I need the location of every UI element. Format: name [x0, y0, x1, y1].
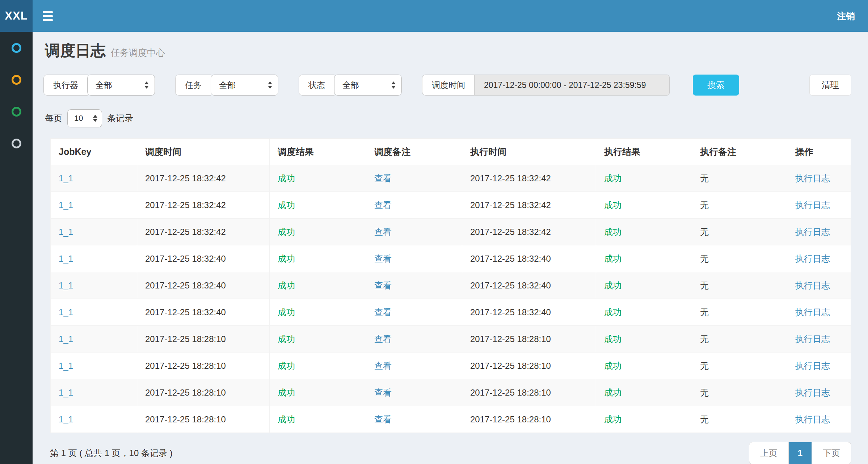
job-key-link[interactable]: 1_1: [59, 361, 73, 371]
trigger-time: 2017-12-25 18:32:40: [145, 280, 226, 290]
app-logo[interactable]: XXL: [0, 0, 33, 32]
trigger-result: 成功: [278, 388, 295, 397]
trigger-msg-link[interactable]: 查看: [374, 227, 392, 237]
exec-log-link[interactable]: 执行日志: [795, 361, 830, 371]
job-key-link[interactable]: 1_1: [59, 414, 73, 424]
sidebar-item[interactable]: [0, 127, 33, 159]
trigger-msg-link[interactable]: 查看: [374, 173, 392, 183]
handle-result-cell: 成功: [596, 165, 692, 192]
job-key-link-cell: 1_1: [51, 245, 137, 272]
page-size-select[interactable]: 10: [67, 109, 102, 127]
trigger-time-cell: 2017-12-25 18:28:10: [137, 353, 270, 379]
trigger-msg-link[interactable]: 查看: [374, 414, 392, 424]
handle-result: 成功: [604, 414, 621, 424]
job-key-link-cell: 1_1: [51, 406, 137, 433]
handle-msg-cell: 无: [692, 165, 787, 192]
job-key-link[interactable]: 1_1: [59, 254, 73, 263]
job-key-link-cell: 1_1: [51, 379, 137, 406]
status-select[interactable]: 全部: [334, 75, 402, 96]
job-key-link[interactable]: 1_1: [59, 280, 73, 290]
time-range-input[interactable]: 2017-12-25 00:00:00 - 2017-12-25 23:59:5…: [474, 75, 670, 96]
trigger-result-cell: 成功: [270, 245, 366, 272]
handle-msg: 无: [700, 361, 709, 371]
trigger-msg-link-cell: 查看: [366, 165, 462, 192]
prev-page-button[interactable]: 上页: [749, 442, 788, 464]
job-filter-group: 任务 全部: [175, 75, 278, 96]
handle-msg: 无: [700, 227, 709, 237]
handle-result: 成功: [604, 307, 621, 317]
trigger-time: 2017-12-25 18:28:10: [145, 414, 226, 424]
handle-result: 成功: [604, 254, 621, 263]
exec-log-link[interactable]: 执行日志: [795, 200, 830, 210]
exec-log-link[interactable]: 执行日志: [795, 280, 830, 290]
job-key-link[interactable]: 1_1: [59, 200, 73, 210]
handle-result-cell: 成功: [596, 326, 692, 353]
handle-time: 2017-12-25 18:32:40: [470, 254, 551, 263]
table-row: 1_12017-12-25 18:28:10成功查看2017-12-25 18:…: [51, 326, 851, 353]
trigger-time-cell: 2017-12-25 18:32:42: [137, 219, 270, 245]
select-caret-icon: [268, 81, 272, 89]
trigger-msg-link[interactable]: 查看: [374, 361, 392, 371]
handle-time: 2017-12-25 18:32:42: [470, 227, 551, 237]
next-page-button[interactable]: 下页: [812, 442, 851, 464]
trigger-result-cell: 成功: [270, 406, 366, 433]
trigger-result: 成功: [278, 280, 295, 290]
exec-log-link[interactable]: 执行日志: [795, 334, 830, 344]
log-table: JobKey调度时间调度结果调度备注执行时间执行结果执行备注操作 1_12017…: [50, 139, 851, 433]
handle-msg-cell: 无: [692, 406, 787, 433]
trigger-msg-link-cell: 查看: [366, 379, 462, 406]
job-key-link[interactable]: 1_1: [59, 334, 73, 344]
handle-result: 成功: [604, 361, 621, 371]
handle-msg: 无: [700, 254, 709, 263]
trigger-time: 2017-12-25 18:28:10: [145, 334, 226, 344]
circle-icon: [12, 43, 21, 53]
trigger-result: 成功: [278, 254, 295, 263]
trigger-msg-link[interactable]: 查看: [374, 307, 392, 317]
job-key-link[interactable]: 1_1: [59, 388, 73, 397]
trigger-msg-link[interactable]: 查看: [374, 388, 392, 397]
exec-log-link[interactable]: 执行日志: [795, 254, 830, 263]
handle-result-cell: 成功: [596, 406, 692, 433]
current-page-button[interactable]: 1: [788, 442, 812, 464]
handle-msg: 无: [700, 388, 709, 397]
handle-time: 2017-12-25 18:28:10: [470, 361, 551, 371]
job-key-link-cell: 1_1: [51, 192, 137, 219]
exec-log-link[interactable]: 执行日志: [795, 227, 830, 237]
clear-button[interactable]: 清理: [809, 75, 851, 96]
job-key-link[interactable]: 1_1: [59, 227, 73, 237]
exec-log-link[interactable]: 执行日志: [795, 388, 830, 397]
handle-result-cell: 成功: [596, 219, 692, 245]
executor-select[interactable]: 全部: [87, 75, 155, 96]
job-select[interactable]: 全部: [211, 75, 278, 96]
trigger-msg-link[interactable]: 查看: [374, 200, 392, 210]
handle-result-cell: 成功: [596, 245, 692, 272]
trigger-msg-link[interactable]: 查看: [374, 280, 392, 290]
logout-link[interactable]: 注销: [824, 0, 868, 32]
sidebar-item[interactable]: [0, 96, 33, 127]
handle-msg-cell: 无: [692, 192, 787, 219]
search-button[interactable]: 搜索: [693, 75, 739, 96]
trigger-msg-link[interactable]: 查看: [374, 254, 392, 263]
handle-time-cell: 2017-12-25 18:32:42: [462, 219, 596, 245]
time-filter-label: 调度时间: [422, 75, 475, 96]
hamburger-icon: [43, 11, 53, 13]
job-key-link[interactable]: 1_1: [59, 307, 73, 317]
job-key-link[interactable]: 1_1: [59, 173, 73, 183]
trigger-time: 2017-12-25 18:32:42: [145, 200, 226, 210]
sidebar-toggle-button[interactable]: [33, 0, 63, 32]
sidebar-item[interactable]: [0, 32, 33, 64]
trigger-time-cell: 2017-12-25 18:28:10: [137, 326, 270, 353]
trigger-msg-link[interactable]: 查看: [374, 334, 392, 344]
exec-log-link[interactable]: 执行日志: [795, 414, 830, 424]
trigger-result-cell: 成功: [270, 165, 366, 192]
sidebar-item[interactable]: [0, 64, 33, 96]
job-select-value: 全部: [219, 80, 236, 91]
trigger-result-cell: 成功: [270, 353, 366, 379]
handle-time-cell: 2017-12-25 18:28:10: [462, 379, 596, 406]
select-caret-icon: [391, 81, 396, 89]
exec-log-link[interactable]: 执行日志: [795, 173, 830, 183]
handle-result: 成功: [604, 388, 621, 397]
exec-log-link[interactable]: 执行日志: [795, 307, 830, 317]
table-row: 1_12017-12-25 18:32:40成功查看2017-12-25 18:…: [51, 245, 851, 272]
handle-msg-cell: 无: [692, 245, 787, 272]
